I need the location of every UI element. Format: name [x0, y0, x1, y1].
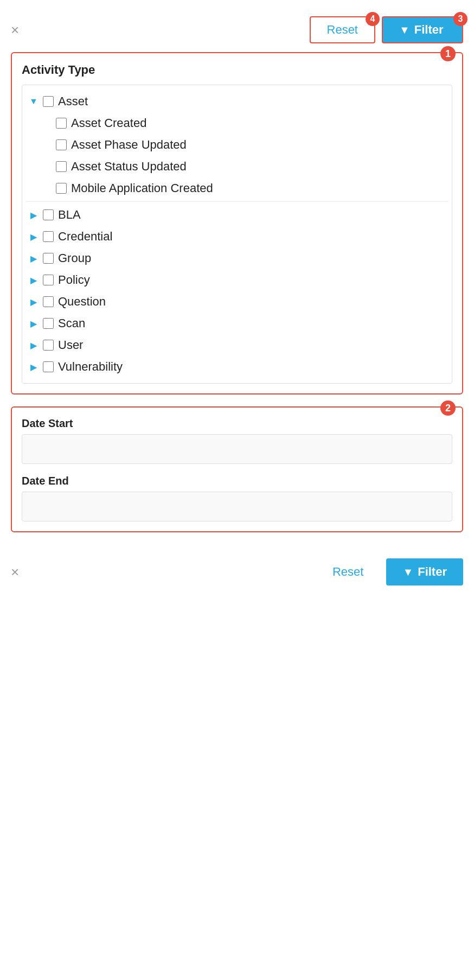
arrow-bla[interactable]: ▶: [29, 210, 39, 220]
label-asset-status-updated: Asset Status Updated: [71, 160, 187, 174]
arrow-group[interactable]: ▶: [29, 253, 39, 264]
checkbox-asset-created[interactable]: [56, 118, 67, 129]
date-section: 2 Date Start Date End: [11, 406, 463, 532]
activity-type-section: 1 Activity Type ▼ Asset Asset Created As…: [11, 52, 463, 394]
date-section-badge: 2: [440, 400, 456, 416]
label-asset: Asset: [58, 94, 88, 109]
arrow-asset[interactable]: ▼: [29, 97, 39, 106]
activity-type-badge: 1: [440, 46, 456, 61]
activity-type-title: Activity Type: [22, 63, 452, 77]
filter-badge: 3: [453, 12, 467, 26]
filter-button-bottom[interactable]: ▼ Filter: [386, 558, 463, 586]
close-button-top[interactable]: ×: [11, 23, 19, 37]
date-start-input[interactable]: [22, 434, 452, 464]
tree-item-policy: ▶ Policy: [25, 269, 449, 291]
checkbox-user[interactable]: [43, 340, 54, 351]
label-asset-phase-updated: Asset Phase Updated: [71, 138, 187, 152]
filter-label-top: Filter: [414, 23, 444, 37]
reset-button-bottom[interactable]: Reset: [316, 559, 380, 584]
label-vulnerability: Vulnerability: [58, 360, 123, 374]
reset-badge: 4: [366, 12, 380, 26]
tree-item-credential: ▶ Credential: [25, 226, 449, 247]
tree-item-vulnerability: ▶ Vulnerability: [25, 356, 449, 378]
checkbox-policy[interactable]: [43, 275, 54, 285]
arrow-scan[interactable]: ▶: [29, 319, 39, 329]
bottom-bar: × Reset ▼ Filter: [11, 550, 463, 591]
checkbox-vulnerability[interactable]: [43, 361, 54, 372]
tree-item-asset-phase-updated: Asset Phase Updated: [25, 134, 449, 156]
filter-label-bottom: Filter: [418, 565, 447, 579]
filter-icon-bottom: ▼: [402, 566, 413, 578]
tree-item-asset-status-updated: Asset Status Updated: [25, 156, 449, 177]
date-end-input[interactable]: [22, 492, 452, 521]
tree-item-scan: ▶ Scan: [25, 313, 449, 334]
arrow-credential[interactable]: ▶: [29, 232, 39, 242]
tree-item-group: ▶ Group: [25, 247, 449, 269]
label-scan: Scan: [58, 316, 85, 330]
label-user: User: [58, 338, 83, 352]
checkbox-mobile-application-created[interactable]: [56, 183, 67, 194]
checkbox-question[interactable]: [43, 296, 54, 307]
tree-item-mobile-application-created: Mobile Application Created: [25, 177, 449, 199]
tree-item-user: ▶ User: [25, 334, 449, 356]
checkbox-group[interactable]: [43, 253, 54, 264]
label-credential: Credential: [58, 230, 112, 244]
top-bar: × Reset 4 ▼ Filter 3: [11, 11, 463, 52]
close-button-bottom[interactable]: ×: [11, 565, 19, 579]
checkbox-credential[interactable]: [43, 231, 54, 242]
checkbox-bla[interactable]: [43, 209, 54, 220]
activity-type-tree: ▼ Asset Asset Created Asset Phase Update…: [22, 85, 452, 384]
checkbox-asset-status-updated[interactable]: [56, 161, 67, 172]
label-bla: BLA: [58, 208, 81, 222]
arrow-vulnerability[interactable]: ▶: [29, 362, 39, 372]
filter-button-top[interactable]: ▼ Filter: [382, 16, 463, 43]
date-start-label: Date Start: [22, 417, 452, 430]
label-policy: Policy: [58, 273, 90, 287]
checkbox-asset[interactable]: [43, 96, 54, 107]
label-mobile-application-created: Mobile Application Created: [71, 181, 213, 195]
tree-item-asset-created: Asset Created: [25, 112, 449, 134]
tree-item-bla: ▶ BLA: [25, 204, 449, 226]
tree-item-asset: ▼ Asset: [25, 91, 449, 112]
arrow-user[interactable]: ▶: [29, 340, 39, 351]
label-group: Group: [58, 251, 91, 265]
arrow-policy[interactable]: ▶: [29, 275, 39, 285]
arrow-question[interactable]: ▶: [29, 297, 39, 307]
checkbox-scan[interactable]: [43, 318, 54, 329]
filter-icon-top: ▼: [399, 24, 410, 36]
label-question: Question: [58, 295, 106, 309]
date-end-label: Date End: [22, 475, 452, 487]
checkbox-asset-phase-updated[interactable]: [56, 139, 67, 150]
tree-item-question: ▶ Question: [25, 291, 449, 313]
label-asset-created: Asset Created: [71, 116, 146, 130]
